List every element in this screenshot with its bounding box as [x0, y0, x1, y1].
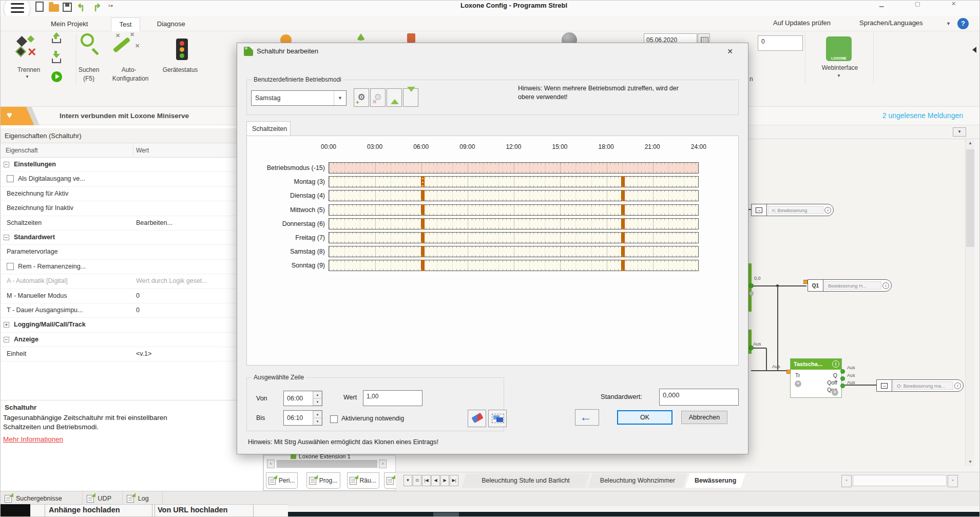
property-row[interactable]: +Logging/Mail/Call/Track [1, 318, 263, 332]
upload-attachments-button[interactable]: Anhänge hochladen [49, 506, 120, 514]
quickbar-customize-button[interactable]: ≡▾ [108, 2, 116, 15]
qon-connector[interactable] [840, 384, 845, 388]
tab-mein-projekt[interactable]: Mein Projekt [43, 17, 96, 31]
property-row[interactable]: −Standardwert [1, 231, 263, 245]
dock-scrollbar-thumb[interactable] [277, 460, 377, 468]
schedule-entry[interactable] [421, 176, 425, 187]
input-block-bewaesserung[interactable]: → A: Bewässerung i [751, 204, 834, 216]
tastschalter-block[interactable]: Tastscha... i Tr Q Qoff Qon + + [790, 358, 842, 398]
property-row[interactable]: −Einstellungen [1, 158, 263, 172]
check-updates-link[interactable]: Auf Updates prüfen [773, 19, 831, 27]
property-row[interactable]: Einheit<v.1> [1, 347, 263, 361]
property-row[interactable]: M - Manueller Modus0 [1, 289, 263, 303]
schedule-track-freitag[interactable] [329, 232, 699, 243]
schedule-entry[interactable] [621, 232, 625, 243]
wert-field[interactable]: 1,00 [363, 390, 422, 406]
spin-up-icon[interactable]: ▲ [313, 411, 322, 418]
dock-scrollbar[interactable] [276, 459, 378, 468]
schedule-entry[interactable] [421, 204, 425, 216]
select-entries-button[interactable] [488, 410, 507, 427]
property-row[interactable]: Parametervorlage [1, 245, 263, 259]
property-checkbox[interactable] [7, 263, 14, 270]
sheet-scroll-right-button[interactable]: › [948, 475, 958, 487]
dock-scroll-right-button[interactable]: › [379, 459, 387, 468]
dock-tab-prog[interactable]: Prog... [306, 472, 340, 489]
expander-icon[interactable]: − [4, 162, 9, 167]
scroll-up-icon[interactable]: ▲ [966, 139, 975, 147]
download-from-miniserver-button[interactable] [50, 50, 64, 66]
move-mode-up-button[interactable] [387, 88, 402, 107]
tab-next-button[interactable]: ▶ [440, 475, 449, 486]
close-window-button[interactable]: ✕ [951, 1, 956, 7]
spin-down-icon[interactable]: ▼ [313, 418, 322, 425]
schedule-track-donnerstag[interactable] [329, 218, 699, 229]
q-connector[interactable] [840, 369, 845, 374]
schedule-entry[interactable] [421, 218, 425, 229]
spin-down-icon[interactable]: ▼ [313, 398, 322, 406]
property-checkbox[interactable] [7, 175, 14, 182]
add-input-button[interactable]: + [795, 380, 801, 387]
schedule-track-sonntag[interactable] [329, 260, 699, 271]
upload-to-miniserver-button[interactable] [50, 31, 64, 47]
property-row[interactable]: A - Automatik [Digital]Wert durch Logik … [1, 274, 263, 289]
diagram-canvas[interactable]: 0,0 Aus Aus → A: Bewässerung i Q1 Bewäss… [748, 139, 965, 468]
move-mode-down-button[interactable] [403, 88, 418, 107]
schedule-track-mittwoch[interactable] [329, 204, 699, 216]
expander-icon[interactable]: − [4, 337, 9, 342]
dialog-close-button[interactable]: ✕ [724, 47, 736, 58]
open-folder-button[interactable] [49, 2, 61, 15]
schedule-entry[interactable] [621, 204, 625, 216]
dock-scroll-left-button[interactable]: ‹ [267, 459, 275, 468]
undo-dialog-button[interactable]: ← [575, 409, 599, 426]
more-info-link[interactable]: Mehr Informationen [3, 435, 63, 443]
unread-messages-link[interactable]: 2 ungelesene Meldungen [882, 111, 963, 120]
sheet-scrollbar[interactable] [853, 475, 947, 486]
scrollbar-thumb[interactable] [966, 149, 974, 247]
property-row[interactable]: Als Digitalausgang ve... [1, 172, 263, 186]
dock-tab-peri[interactable]: Peri... [266, 472, 298, 489]
redo-button[interactable]: ↱ [93, 2, 105, 15]
schedule-entry[interactable] [421, 260, 425, 271]
start-button[interactable] [51, 71, 62, 82]
schedule-entry[interactable] [621, 218, 625, 229]
tab-menu-button[interactable]: ▼ [403, 475, 412, 486]
tab-last-button[interactable]: ▶| [450, 475, 458, 486]
maximize-button[interactable]: ▢ [915, 1, 920, 7]
new-file-button[interactable] [35, 2, 48, 15]
betriebsmodus-select[interactable]: Samstag ▼ [251, 90, 347, 106]
tr-connector[interactable] [786, 370, 791, 374]
property-row[interactable]: Rem - Remanenzeing... [1, 260, 263, 274]
upload-from-url-button[interactable]: Von URL hochladen [158, 506, 227, 514]
tab-test[interactable]: Test [111, 17, 141, 31]
spin-up-icon[interactable]: ▲ [313, 391, 322, 398]
collapse-panel-arrow[interactable] [972, 47, 976, 53]
schedule-track-dienstag[interactable] [329, 190, 699, 201]
diagram-zoom-dropdown[interactable]: ▼ [953, 127, 966, 137]
schedule-track-samstag[interactable] [329, 246, 699, 257]
property-row[interactable]: Bezeichnung für Aktiv [1, 187, 263, 201]
page-tab-bewässerung[interactable]: Bewässerung [685, 473, 745, 488]
languages-dropdown-icon[interactable]: ▼ [946, 21, 951, 26]
schedule-entry[interactable] [621, 190, 625, 201]
schedule-entry[interactable] [621, 246, 625, 257]
expander-icon[interactable]: − [4, 235, 9, 240]
schedule-track-betriebsmodus[interactable] [329, 162, 699, 174]
erase-entry-button[interactable] [468, 410, 486, 427]
schedule-entry[interactable] [421, 246, 425, 257]
page-tab-beleuchtung-stufe-und-barlicht[interactable]: Beleuchtung Stufe und Barlicht [462, 473, 590, 488]
page-tab-beleuchtung-wohnzimmer[interactable]: Beleuchtung Wohnzimmer [588, 473, 687, 488]
standardwert-field[interactable]: 0,000 [659, 389, 739, 406]
tab-new-page-button[interactable]: ⊡ [413, 475, 421, 486]
info-icon[interactable]: i [824, 207, 831, 214]
bis-spinner[interactable]: 06:10 ▲▼ [283, 410, 322, 426]
expander-icon[interactable]: + [4, 322, 9, 328]
help-button[interactable]: ? [957, 18, 969, 29]
tab-schaltzeiten[interactable]: Schaltzeiten [246, 121, 291, 136]
delete-mode-button[interactable]: ⚙✕ [370, 88, 386, 107]
output-connector[interactable] [749, 283, 754, 288]
schedule-entry[interactable] [621, 260, 625, 271]
property-row[interactable]: Bezeichnung für Inaktiv [1, 201, 263, 216]
von-spinner[interactable]: 06:00 ▲▼ [283, 391, 322, 406]
cancel-button[interactable]: Abbrechen [681, 411, 727, 424]
property-row[interactable]: T - Dauer Ausgangsimpu...0 [1, 303, 263, 318]
